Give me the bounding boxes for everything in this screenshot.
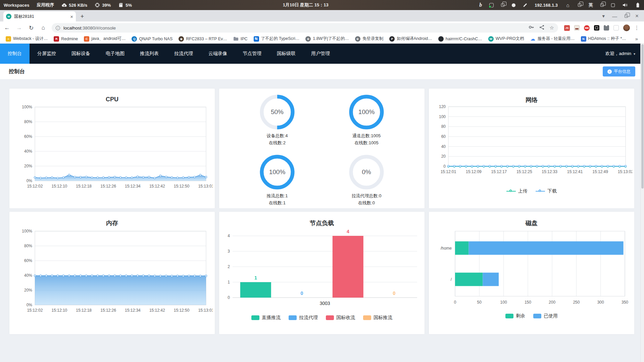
nav-item-4[interactable]: 电子地图 — [98, 44, 132, 64]
bookmark-item[interactable]: ≡Webstack - 设计… — [3, 35, 50, 43]
tab-close-icon[interactable]: × — [70, 14, 73, 19]
memory-chart: 0%20%40%60%80%100%15:12:0215:12:1015:12:… — [11, 227, 213, 327]
platform-info-button[interactable]: i 平台信息 — [603, 66, 635, 76]
forward-button[interactable]: → — [15, 24, 23, 31]
ime-indicator[interactable]: 英 — [585, 2, 597, 8]
home-tray-icon[interactable]: ⌂ — [561, 2, 574, 8]
cup-tray-icon[interactable] — [508, 3, 519, 7]
clock-button[interactable]: 1月10日 星期二 15：13 — [136, 2, 476, 8]
legend-item[interactable]: 国标推流 — [363, 315, 392, 321]
bookmark-item[interactable]: ◉RFC2833 – RTP Ev… — [176, 35, 230, 43]
adblock-extension-icon[interactable] — [584, 25, 590, 31]
share-icon[interactable] — [539, 25, 544, 31]
legend-item[interactable]: 拉流代理 — [289, 315, 318, 321]
tab-search-chevron-icon[interactable]: ▾ — [602, 13, 605, 19]
pen-tray-icon[interactable] — [519, 5, 531, 6]
bookmark-item[interactable]: WWVP-PRO文档 — [486, 35, 527, 43]
network-speed-indicator[interactable]: 526 KB/s — [58, 2, 91, 8]
screen-tray-icon[interactable] — [607, 3, 618, 7]
bookmarks-overflow-chevron[interactable]: » — [635, 36, 641, 42]
nav-item-2[interactable]: 分屏监控 — [30, 44, 64, 64]
bookmark-star-icon[interactable]: ☆ — [550, 25, 554, 31]
svg-text:15:12:26: 15:12:26 — [100, 308, 116, 313]
white-extension-icon[interactable] — [613, 25, 619, 31]
legend-item[interactable]: 剩余 — [505, 313, 525, 319]
bookmark-favicon-icon: ⊕ — [355, 36, 360, 42]
bookmark-item[interactable]: ☁服务器 - 轻量应用… — [528, 35, 577, 43]
nav-item-3[interactable]: 国标设备 — [64, 44, 98, 64]
window-minimize-button[interactable]: — — [612, 13, 617, 19]
memory-usage-value: 5% — [126, 3, 132, 8]
bookmark-item[interactable]: 知了不起的 TypeScri… — [251, 35, 302, 43]
phone-link-tray-icon[interactable] — [597, 3, 607, 7]
bing-tray-icon[interactable]: b — [476, 2, 486, 8]
svg-text:60%: 60% — [24, 134, 32, 139]
bookmark-item[interactable]: ⊕1.8W字|了不起的… — [303, 35, 351, 43]
windows-tray-icon[interactable] — [574, 3, 585, 7]
bookmark-favicon-icon: P — [389, 36, 395, 42]
profile-avatar[interactable] — [623, 24, 630, 31]
user-menu[interactable]: 欢迎，admin ▾ — [605, 44, 644, 64]
js-extension-icon[interactable]: JS — [564, 25, 570, 31]
password-key-icon[interactable] — [529, 24, 534, 31]
svg-text:20: 20 — [441, 154, 446, 159]
bookmark-item[interactable]: hairrrrr/C-CrashC… — [436, 35, 485, 43]
legend-item[interactable]: 国标收流 — [326, 315, 355, 321]
nav-item-10[interactable]: 用户管理 — [303, 44, 338, 64]
bookmark-item[interactable]: IPC — [231, 35, 250, 43]
network-chart: 02040608010012015:12:0115:12:0915:12:171… — [431, 104, 632, 194]
site-info-icon[interactable]: i — [56, 26, 60, 30]
svg-text:15:12:09: 15:12:09 — [466, 169, 482, 174]
bookmark-item[interactable]: QQNAP Turbo NAS — [129, 35, 175, 43]
svg-text:15:13:02: 15:13:02 — [618, 169, 632, 174]
scrollbar-thumb[interactable] — [641, 44, 644, 189]
window-close-button[interactable]: × — [635, 13, 639, 19]
cpu-usage-indicator[interactable]: 39% — [91, 2, 114, 8]
extensions-puzzle-icon[interactable] — [604, 25, 609, 31]
bookmark-item[interactable]: Cjava、android可… — [82, 35, 128, 43]
browser-home-button[interactable]: ⌂ — [40, 24, 47, 31]
memory-usage-indicator[interactable]: 5% — [114, 2, 136, 8]
platform-info-label: 平台信息 — [614, 69, 631, 74]
window-restore-button[interactable] — [625, 14, 628, 18]
bookmark-item[interactable]: P如何编译Android… — [387, 35, 435, 43]
legend-item[interactable]: 直播推流 — [251, 315, 281, 321]
info-icon: i — [607, 69, 612, 74]
svg-text:300: 300 — [597, 300, 604, 305]
bookmark-label: QNAP Turbo NAS — [139, 37, 172, 41]
bookmark-item[interactable]: NHDAtmos :: 种子 *… — [579, 35, 629, 43]
applications-button[interactable]: 应用程序 — [33, 2, 58, 8]
volume-tray-icon[interactable] — [618, 2, 631, 8]
nav-item-7[interactable]: 云端录像 — [201, 44, 235, 64]
app-status-tray-icon[interactable] — [486, 3, 497, 7]
legend-swatch — [533, 314, 541, 318]
speaker-icon — [622, 2, 628, 8]
screen: Workspaces 应用程序 526 KB/s 39% 5% — [0, 0, 644, 362]
bookmark-label: 1.8W字|了不起的… — [313, 36, 349, 42]
battery-tray-icon[interactable] — [631, 2, 644, 8]
reload-button[interactable]: ↻ — [28, 24, 35, 32]
nav-item-5[interactable]: 推流列表 — [132, 44, 166, 64]
address-bar[interactable]: i localhost:38080/#/console ☆ — [52, 23, 558, 33]
browser-menu-icon[interactable]: ⋮ — [634, 25, 639, 31]
legend-item[interactable]: 下载 — [536, 188, 557, 194]
legend-item[interactable]: 已使用 — [533, 313, 558, 319]
nav-item-1[interactable]: 控制台 — [0, 44, 30, 64]
workspaces-button[interactable]: Workspaces — [0, 3, 33, 8]
new-tab-button[interactable]: + — [78, 12, 87, 21]
nav-item-6[interactable]: 拉流代理 — [166, 44, 201, 64]
legend-item[interactable]: 上传 — [506, 188, 528, 194]
screenshot-extension-icon[interactable] — [594, 25, 599, 31]
nav-item-8[interactable]: 节点管理 — [235, 44, 269, 64]
browser-tab-bar: W 国标28181 × + ▾ — × — [0, 10, 644, 21]
nav-item-9[interactable]: 国标级联 — [269, 44, 303, 64]
bookmark-item[interactable]: ⊕免登录复制 — [353, 35, 386, 43]
page-scrollbar[interactable] — [640, 44, 644, 362]
downloader-extension-icon[interactable] — [574, 25, 580, 31]
bookmark-item[interactable]: RRedmine — [51, 35, 80, 43]
clipboard-tray-icon[interactable] — [497, 3, 508, 7]
browser-tab[interactable]: W 国标28181 × — [3, 11, 76, 21]
back-button[interactable]: ← — [3, 24, 11, 31]
legend-label: 国标收流 — [336, 315, 355, 321]
ip-address-indicator[interactable]: 192.168.1.3 — [531, 3, 561, 8]
